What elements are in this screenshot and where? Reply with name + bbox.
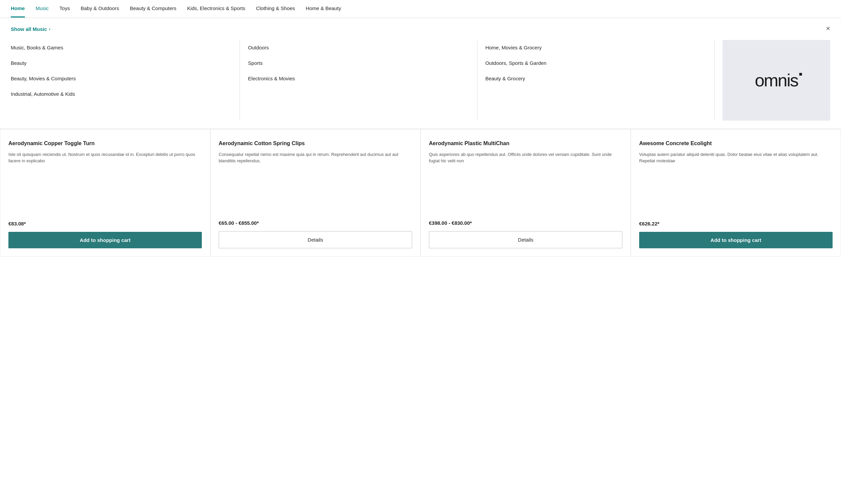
nav-item-beauty-computers[interactable]: Beauty & Computers (130, 0, 176, 17)
details-button-2[interactable]: Details (429, 231, 622, 248)
products-section: Aerodynamic Copper Toggle TurnIste sit q… (0, 129, 841, 257)
product-card-2: Aerodynamic Plastic MultiChanQuis asperi… (420, 129, 631, 257)
dropdown-panel: Show all Music › × Music, Books & GamesB… (0, 18, 841, 129)
nav-item-toys[interactable]: Toys (59, 0, 70, 17)
product-card-1: Aerodynamic Cotton Spring ClipsConsequat… (210, 129, 420, 257)
navigation-bar: HomeMusicToysBaby & OutdoorsBeauty & Com… (0, 0, 841, 18)
product-price-2: €398.00 - €830.00* (429, 220, 622, 226)
product-price-3: €626.22* (639, 221, 833, 227)
product-price-1: €65.00 - €855.00* (219, 220, 412, 226)
nav-item-kids-electronics[interactable]: Kids, Electronics & Sports (187, 0, 245, 17)
product-title-1: Aerodynamic Cotton Spring Clips (219, 140, 412, 147)
close-button[interactable]: × (826, 25, 830, 32)
category-item[interactable]: Home, Movies & Grocery (485, 40, 706, 55)
category-col-1: Music, Books & GamesBeautyBeauty, Movies… (11, 40, 240, 121)
category-item[interactable]: Music, Books & Games (11, 40, 231, 55)
details-button-1[interactable]: Details (219, 231, 412, 248)
category-item[interactable]: Outdoors, Sports & Garden (485, 55, 706, 71)
product-description-0: Iste sit quisquam reiciendis ut. Nostrum… (8, 151, 202, 215)
category-item[interactable]: Industrial, Automotive & Kids (11, 86, 231, 102)
nav-item-music[interactable]: Music (36, 0, 49, 17)
product-title-2: Aerodynamic Plastic MultiChan (429, 140, 622, 147)
category-item[interactable]: Beauty & Grocery (485, 71, 706, 86)
nav-item-clothing-shoes[interactable]: Clothing & Shoes (256, 0, 295, 17)
brand-logo-box: omnis (723, 40, 830, 121)
product-price-0: €83.08* (8, 221, 202, 227)
brand-logo-dot (799, 73, 802, 76)
nav-item-home-beauty[interactable]: Home & Beauty (306, 0, 341, 17)
product-description-3: Voluptas autem pariatur aliquid deleniti… (639, 151, 833, 215)
product-title-0: Aerodynamic Copper Toggle Turn (8, 140, 202, 147)
product-description-1: Consequatur repellat nemo est maxime qui… (219, 151, 412, 215)
add-to-cart-button-0[interactable]: Add to shopping cart (8, 232, 202, 248)
category-item[interactable]: Sports (248, 55, 469, 71)
products-grid: Aerodynamic Copper Toggle TurnIste sit q… (0, 129, 841, 257)
product-card-0: Aerodynamic Copper Toggle TurnIste sit q… (0, 129, 210, 257)
category-item[interactable]: Electronics & Movies (248, 71, 469, 86)
brand-logo: omnis (755, 70, 798, 90)
product-card-3: Awesome Concrete EcolightVoluptas autem … (631, 129, 841, 257)
chevron-right-icon: › (49, 26, 50, 32)
category-col-3: Home, Movies & GroceryOutdoors, Sports &… (485, 40, 715, 121)
nav-item-baby-outdoors[interactable]: Baby & Outdoors (81, 0, 119, 17)
category-item[interactable]: Beauty (11, 55, 231, 71)
show-all-music-link[interactable]: Show all Music › (11, 26, 50, 32)
category-grid: Music, Books & GamesBeautyBeauty, Movies… (11, 40, 830, 121)
add-to-cart-button-3[interactable]: Add to shopping cart (639, 232, 833, 248)
category-col-2: OutdoorsSportsElectronics & Movies (248, 40, 477, 121)
show-all-label: Show all Music (11, 26, 47, 32)
product-description-2: Quis asperiores ab quo repellendus aut. … (429, 151, 622, 215)
category-item[interactable]: Beauty, Movies & Computers (11, 71, 231, 86)
product-title-3: Awesome Concrete Ecolight (639, 140, 833, 147)
category-item[interactable]: Outdoors (248, 40, 469, 55)
nav-item-home[interactable]: Home (11, 0, 25, 17)
